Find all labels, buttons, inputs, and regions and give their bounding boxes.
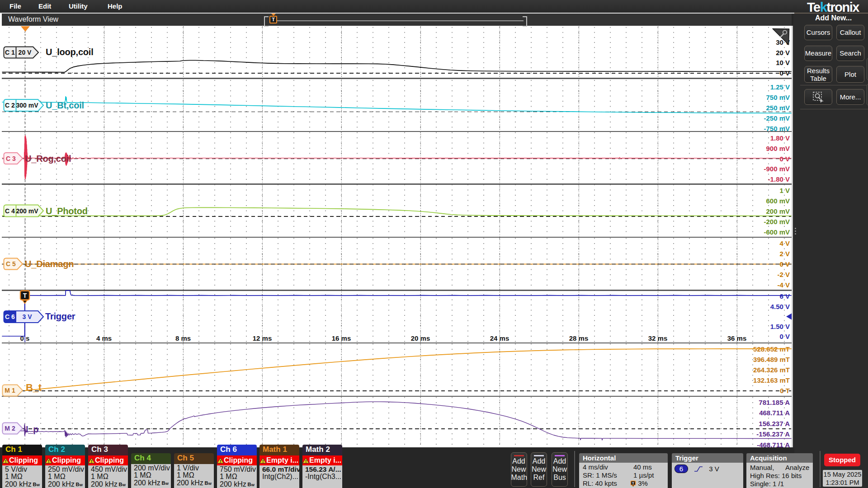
svg-text:200 mV: 200 mV [16,207,38,215]
svg-text:3 V: 3 V [22,313,32,320]
svg-text:C 3: C 3 [6,155,16,162]
svg-text:M 2: M 2 [5,425,15,432]
svg-text:20 V: 20 V [19,49,32,56]
svg-text:300 mV: 300 mV [16,102,38,109]
svg-text:C 2: C 2 [5,102,15,109]
svg-text:M 1: M 1 [5,387,15,394]
svg-text:T: T [23,292,27,299]
svg-text:C 1: C 1 [5,49,15,56]
svg-text:C 5: C 5 [6,260,16,267]
svg-text:C 6: C 6 [5,313,15,320]
svg-text:C 4: C 4 [5,207,15,215]
svg-text:T: T [632,481,634,485]
